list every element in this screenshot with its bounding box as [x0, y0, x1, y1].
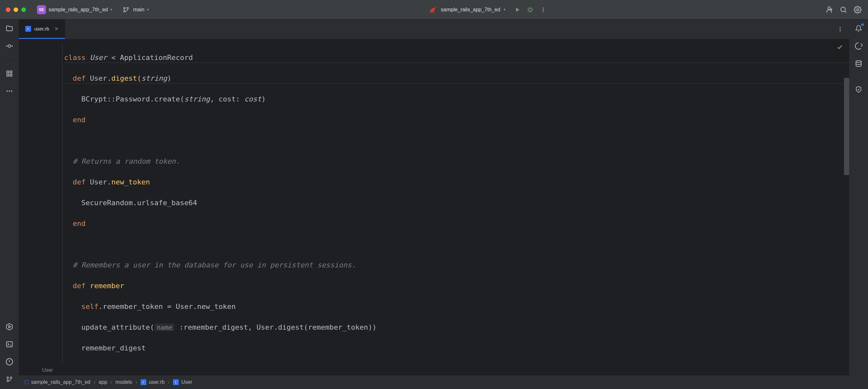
svg-text:r: r	[142, 380, 144, 384]
chevron-right-icon: ›	[168, 379, 169, 385]
close-tab-button[interactable]: ✕	[54, 26, 59, 32]
database-tool-button[interactable]	[854, 59, 863, 68]
more-actions-button[interactable]	[538, 5, 548, 14]
branch-selector[interactable]: main ▾	[119, 4, 152, 15]
svg-point-21	[7, 377, 9, 379]
window-maximize-button[interactable]	[21, 7, 26, 12]
commit-tool-button[interactable]	[5, 41, 14, 51]
run-tool-button[interactable]	[5, 322, 14, 331]
svg-rect-11	[7, 71, 9, 73]
breadcrumb-root[interactable]: sample_rails_app_7th_ed	[25, 379, 90, 385]
svg-point-17	[11, 90, 12, 92]
vertical-scrollbar[interactable]	[844, 78, 849, 175]
svg-point-16	[9, 90, 10, 92]
svg-point-5	[542, 9, 544, 10]
code-with-me-button[interactable]	[825, 5, 834, 14]
chevron-down-icon: ▾	[147, 7, 149, 12]
svg-point-6	[542, 11, 544, 12]
ruby-file-icon: r	[25, 26, 31, 32]
project-name: sample_rails_app_7th_ed	[49, 7, 108, 12]
svg-point-8	[841, 7, 845, 12]
svg-point-7	[828, 7, 831, 9]
breadcrumb-models[interactable]: models	[116, 379, 132, 385]
svg-point-26	[840, 27, 841, 28]
svg-marker-18	[9, 326, 11, 328]
code-content: class User < ApplicationRecord def User.…	[19, 39, 849, 365]
vcs-tool-button[interactable]	[5, 375, 14, 384]
chevron-right-icon: ›	[94, 379, 95, 385]
svg-point-23	[10, 377, 12, 379]
context-label: User	[42, 367, 53, 373]
editor-status-line: User	[19, 365, 849, 376]
parameter-hint: name	[155, 324, 174, 331]
debug-button[interactable]	[526, 5, 535, 14]
svg-text:C: C	[175, 381, 177, 384]
breadcrumb-label: sample_rails_app_7th_ed	[31, 379, 90, 385]
rails-icon	[429, 5, 438, 14]
svg-point-10	[8, 45, 11, 47]
project-badge: SE	[37, 5, 46, 14]
project-tool-button[interactable]	[5, 24, 14, 33]
tab-actions-button[interactable]	[836, 25, 845, 34]
window-minimize-button[interactable]	[13, 7, 18, 12]
svg-point-9	[857, 9, 859, 11]
svg-point-27	[840, 29, 841, 30]
svg-point-2	[127, 7, 129, 9]
editor-tab-user-rb[interactable]: r user.rb ✕	[19, 20, 65, 39]
module-icon	[25, 380, 29, 384]
svg-rect-13	[7, 74, 9, 76]
breadcrumb-file[interactable]: r user.rb	[141, 379, 165, 385]
svg-rect-14	[10, 74, 12, 76]
left-tool-window-bar	[0, 20, 19, 389]
shield-tool-button[interactable]	[854, 85, 863, 94]
run-config-name: sample_rails_app_7th_ed	[441, 7, 500, 12]
project-selector[interactable]: SE sample_rails_app_7th_ed ▾	[34, 4, 115, 15]
window-controls	[6, 7, 26, 12]
code-editor[interactable]: class User < ApplicationRecord def User.…	[19, 39, 849, 365]
svg-point-33	[856, 61, 862, 62]
svg-rect-12	[10, 71, 12, 73]
problems-tool-button[interactable]	[5, 357, 14, 366]
svg-point-22	[7, 380, 9, 382]
svg-point-28	[840, 30, 841, 31]
structure-tool-button[interactable]	[5, 69, 14, 78]
svg-rect-19	[6, 342, 12, 347]
chevron-down-icon: ▾	[111, 7, 113, 12]
tab-label: user.rb	[34, 26, 49, 31]
right-tool-window-bar	[849, 20, 868, 389]
window-close-button[interactable]	[6, 7, 10, 12]
editor-tabs: r user.rb ✕	[19, 20, 849, 39]
settings-button[interactable]	[853, 5, 862, 14]
breadcrumb-class[interactable]: C User	[173, 379, 192, 385]
svg-point-1	[124, 10, 125, 12]
inspection-ok-icon[interactable]	[836, 44, 843, 51]
run-button[interactable]	[513, 5, 522, 14]
svg-text:r: r	[27, 27, 29, 30]
svg-point-0	[124, 7, 125, 9]
svg-point-3	[529, 8, 531, 11]
chevron-right-icon: ›	[111, 379, 112, 385]
titlebar: SE sample_rails_app_7th_ed ▾ main ▾ samp…	[0, 0, 868, 20]
notifications-button[interactable]	[854, 24, 863, 33]
breadcrumb-app[interactable]: app	[99, 379, 107, 385]
svg-point-15	[6, 90, 8, 92]
run-configuration-selector[interactable]: sample_rails_app_7th_ed ▾	[429, 5, 505, 14]
gutter-divider	[62, 42, 63, 365]
chevron-down-icon: ▾	[504, 7, 505, 12]
search-everywhere-button[interactable]	[839, 5, 848, 14]
more-tool-windows-button[interactable]	[5, 87, 14, 95]
chevron-right-icon: ›	[135, 379, 137, 385]
git-branch-icon	[121, 5, 130, 14]
breadcrumb-bar: sample_rails_app_7th_ed › app › models ›…	[19, 376, 849, 389]
terminal-tool-button[interactable]	[5, 340, 14, 349]
svg-point-4	[542, 7, 544, 8]
ai-assistant-button[interactable]	[854, 41, 863, 51]
branch-name: main	[133, 7, 145, 12]
